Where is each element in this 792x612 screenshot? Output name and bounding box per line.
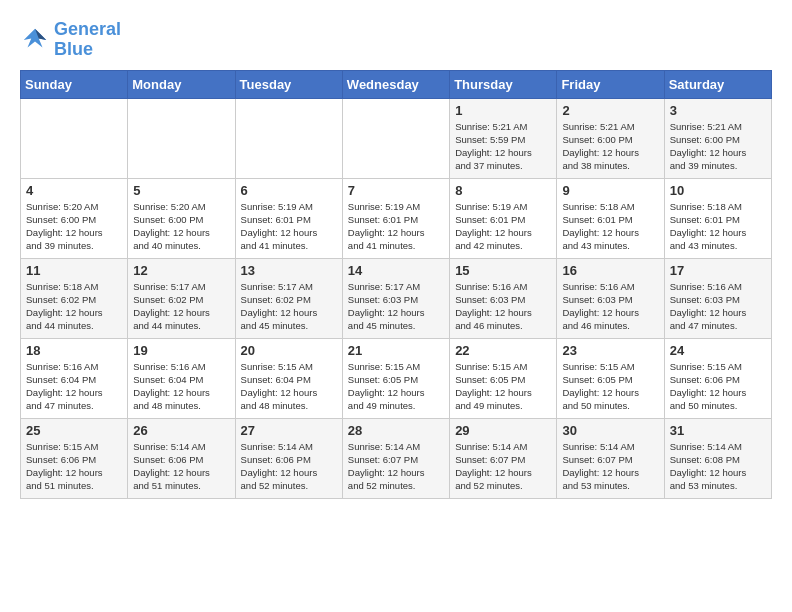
calendar-cell: 10Sunrise: 5:18 AM Sunset: 6:01 PM Dayli… [664, 178, 771, 258]
day-number: 28 [348, 423, 444, 438]
calendar-cell: 28Sunrise: 5:14 AM Sunset: 6:07 PM Dayli… [342, 418, 449, 498]
calendar-week-row: 18Sunrise: 5:16 AM Sunset: 6:04 PM Dayli… [21, 338, 772, 418]
day-info: Sunrise: 5:19 AM Sunset: 6:01 PM Dayligh… [455, 200, 551, 253]
column-header-friday: Friday [557, 70, 664, 98]
day-number: 20 [241, 343, 337, 358]
day-info: Sunrise: 5:21 AM Sunset: 6:00 PM Dayligh… [562, 120, 658, 173]
calendar-cell: 19Sunrise: 5:16 AM Sunset: 6:04 PM Dayli… [128, 338, 235, 418]
calendar-cell: 27Sunrise: 5:14 AM Sunset: 6:06 PM Dayli… [235, 418, 342, 498]
day-info: Sunrise: 5:15 AM Sunset: 6:04 PM Dayligh… [241, 360, 337, 413]
calendar-cell: 14Sunrise: 5:17 AM Sunset: 6:03 PM Dayli… [342, 258, 449, 338]
calendar-cell: 17Sunrise: 5:16 AM Sunset: 6:03 PM Dayli… [664, 258, 771, 338]
calendar-cell: 22Sunrise: 5:15 AM Sunset: 6:05 PM Dayli… [450, 338, 557, 418]
day-info: Sunrise: 5:17 AM Sunset: 6:02 PM Dayligh… [133, 280, 229, 333]
calendar-cell [235, 98, 342, 178]
day-info: Sunrise: 5:20 AM Sunset: 6:00 PM Dayligh… [133, 200, 229, 253]
day-info: Sunrise: 5:17 AM Sunset: 6:02 PM Dayligh… [241, 280, 337, 333]
calendar-cell: 24Sunrise: 5:15 AM Sunset: 6:06 PM Dayli… [664, 338, 771, 418]
day-info: Sunrise: 5:15 AM Sunset: 6:05 PM Dayligh… [348, 360, 444, 413]
logo-icon [20, 25, 50, 55]
calendar-cell: 11Sunrise: 5:18 AM Sunset: 6:02 PM Dayli… [21, 258, 128, 338]
day-number: 12 [133, 263, 229, 278]
logo: General Blue [20, 20, 121, 60]
day-info: Sunrise: 5:16 AM Sunset: 6:04 PM Dayligh… [133, 360, 229, 413]
calendar-cell: 15Sunrise: 5:16 AM Sunset: 6:03 PM Dayli… [450, 258, 557, 338]
calendar-cell: 12Sunrise: 5:17 AM Sunset: 6:02 PM Dayli… [128, 258, 235, 338]
calendar-cell: 4Sunrise: 5:20 AM Sunset: 6:00 PM Daylig… [21, 178, 128, 258]
day-number: 29 [455, 423, 551, 438]
day-info: Sunrise: 5:20 AM Sunset: 6:00 PM Dayligh… [26, 200, 122, 253]
day-number: 13 [241, 263, 337, 278]
day-info: Sunrise: 5:19 AM Sunset: 6:01 PM Dayligh… [241, 200, 337, 253]
calendar-cell: 18Sunrise: 5:16 AM Sunset: 6:04 PM Dayli… [21, 338, 128, 418]
day-number: 26 [133, 423, 229, 438]
calendar-cell [128, 98, 235, 178]
day-number: 10 [670, 183, 766, 198]
day-info: Sunrise: 5:17 AM Sunset: 6:03 PM Dayligh… [348, 280, 444, 333]
day-number: 19 [133, 343, 229, 358]
day-number: 18 [26, 343, 122, 358]
calendar-cell: 26Sunrise: 5:14 AM Sunset: 6:06 PM Dayli… [128, 418, 235, 498]
calendar-cell: 5Sunrise: 5:20 AM Sunset: 6:00 PM Daylig… [128, 178, 235, 258]
calendar-header-row: SundayMondayTuesdayWednesdayThursdayFrid… [21, 70, 772, 98]
calendar-cell: 8Sunrise: 5:19 AM Sunset: 6:01 PM Daylig… [450, 178, 557, 258]
calendar-cell: 3Sunrise: 5:21 AM Sunset: 6:00 PM Daylig… [664, 98, 771, 178]
day-number: 15 [455, 263, 551, 278]
day-number: 8 [455, 183, 551, 198]
day-info: Sunrise: 5:14 AM Sunset: 6:06 PM Dayligh… [133, 440, 229, 493]
calendar-cell: 6Sunrise: 5:19 AM Sunset: 6:01 PM Daylig… [235, 178, 342, 258]
day-number: 23 [562, 343, 658, 358]
day-info: Sunrise: 5:15 AM Sunset: 6:06 PM Dayligh… [670, 360, 766, 413]
column-header-monday: Monday [128, 70, 235, 98]
logo-text: General Blue [54, 20, 121, 60]
calendar-cell: 1Sunrise: 5:21 AM Sunset: 5:59 PM Daylig… [450, 98, 557, 178]
day-info: Sunrise: 5:14 AM Sunset: 6:07 PM Dayligh… [562, 440, 658, 493]
day-number: 14 [348, 263, 444, 278]
day-number: 2 [562, 103, 658, 118]
calendar-cell: 20Sunrise: 5:15 AM Sunset: 6:04 PM Dayli… [235, 338, 342, 418]
calendar-cell: 2Sunrise: 5:21 AM Sunset: 6:00 PM Daylig… [557, 98, 664, 178]
day-number: 4 [26, 183, 122, 198]
calendar-cell: 29Sunrise: 5:14 AM Sunset: 6:07 PM Dayli… [450, 418, 557, 498]
day-info: Sunrise: 5:16 AM Sunset: 6:03 PM Dayligh… [455, 280, 551, 333]
day-info: Sunrise: 5:21 AM Sunset: 6:00 PM Dayligh… [670, 120, 766, 173]
calendar-cell: 13Sunrise: 5:17 AM Sunset: 6:02 PM Dayli… [235, 258, 342, 338]
calendar-cell: 30Sunrise: 5:14 AM Sunset: 6:07 PM Dayli… [557, 418, 664, 498]
calendar-cell: 9Sunrise: 5:18 AM Sunset: 6:01 PM Daylig… [557, 178, 664, 258]
calendar-cell [21, 98, 128, 178]
day-info: Sunrise: 5:16 AM Sunset: 6:03 PM Dayligh… [562, 280, 658, 333]
calendar-cell: 23Sunrise: 5:15 AM Sunset: 6:05 PM Dayli… [557, 338, 664, 418]
calendar-table: SundayMondayTuesdayWednesdayThursdayFrid… [20, 70, 772, 499]
day-info: Sunrise: 5:15 AM Sunset: 6:05 PM Dayligh… [455, 360, 551, 413]
day-info: Sunrise: 5:14 AM Sunset: 6:06 PM Dayligh… [241, 440, 337, 493]
day-number: 11 [26, 263, 122, 278]
day-number: 30 [562, 423, 658, 438]
day-number: 17 [670, 263, 766, 278]
column-header-tuesday: Tuesday [235, 70, 342, 98]
column-header-thursday: Thursday [450, 70, 557, 98]
page-header: General Blue [20, 20, 772, 60]
day-number: 27 [241, 423, 337, 438]
day-info: Sunrise: 5:21 AM Sunset: 5:59 PM Dayligh… [455, 120, 551, 173]
day-number: 24 [670, 343, 766, 358]
calendar-week-row: 25Sunrise: 5:15 AM Sunset: 6:06 PM Dayli… [21, 418, 772, 498]
calendar-week-row: 4Sunrise: 5:20 AM Sunset: 6:00 PM Daylig… [21, 178, 772, 258]
calendar-cell [342, 98, 449, 178]
calendar-week-row: 1Sunrise: 5:21 AM Sunset: 5:59 PM Daylig… [21, 98, 772, 178]
calendar-cell: 25Sunrise: 5:15 AM Sunset: 6:06 PM Dayli… [21, 418, 128, 498]
calendar-cell: 16Sunrise: 5:16 AM Sunset: 6:03 PM Dayli… [557, 258, 664, 338]
day-number: 9 [562, 183, 658, 198]
day-number: 16 [562, 263, 658, 278]
day-number: 31 [670, 423, 766, 438]
column-header-saturday: Saturday [664, 70, 771, 98]
day-number: 3 [670, 103, 766, 118]
column-header-wednesday: Wednesday [342, 70, 449, 98]
day-number: 1 [455, 103, 551, 118]
day-number: 21 [348, 343, 444, 358]
day-info: Sunrise: 5:18 AM Sunset: 6:02 PM Dayligh… [26, 280, 122, 333]
day-info: Sunrise: 5:14 AM Sunset: 6:08 PM Dayligh… [670, 440, 766, 493]
day-info: Sunrise: 5:18 AM Sunset: 6:01 PM Dayligh… [562, 200, 658, 253]
day-info: Sunrise: 5:14 AM Sunset: 6:07 PM Dayligh… [455, 440, 551, 493]
day-info: Sunrise: 5:15 AM Sunset: 6:06 PM Dayligh… [26, 440, 122, 493]
day-info: Sunrise: 5:16 AM Sunset: 6:03 PM Dayligh… [670, 280, 766, 333]
